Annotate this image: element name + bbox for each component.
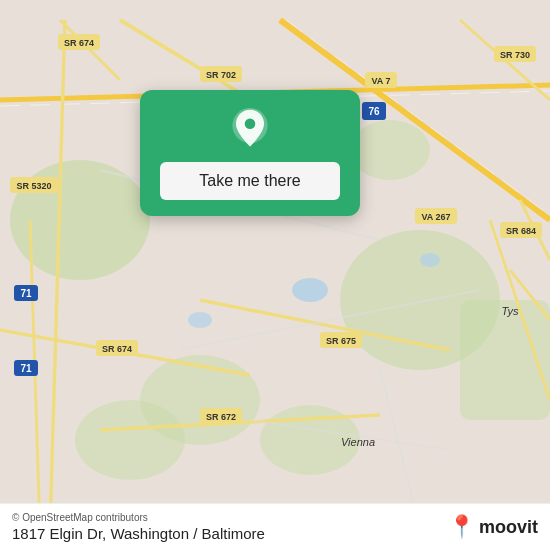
- moovit-brand-label: moovit: [479, 517, 538, 538]
- svg-text:76: 76: [368, 106, 380, 117]
- svg-text:Vienna: Vienna: [341, 436, 375, 448]
- bottom-left-info: © OpenStreetMap contributors 1817 Elgin …: [12, 512, 265, 542]
- map-background: SR 674 SR 702 VA 7 SR 730 SR 5320 76 VA …: [0, 0, 550, 550]
- take-me-there-button[interactable]: Take me there: [160, 162, 340, 200]
- svg-text:VA 7: VA 7: [371, 76, 390, 86]
- svg-text:SR 730: SR 730: [500, 50, 530, 60]
- svg-text:71: 71: [20, 363, 32, 374]
- moovit-logo: 📍 moovit: [448, 514, 538, 540]
- svg-text:SR 674: SR 674: [64, 38, 94, 48]
- svg-text:Tys: Tys: [502, 305, 519, 317]
- svg-text:SR 672: SR 672: [206, 412, 236, 422]
- map-container: SR 674 SR 702 VA 7 SR 730 SR 5320 76 VA …: [0, 0, 550, 550]
- popup-card: Take me there: [140, 90, 360, 216]
- svg-text:SR 674: SR 674: [102, 344, 132, 354]
- svg-point-10: [188, 312, 212, 328]
- svg-text:SR 5320: SR 5320: [16, 181, 51, 191]
- svg-text:SR 675: SR 675: [326, 336, 356, 346]
- svg-text:SR 702: SR 702: [206, 70, 236, 80]
- svg-point-9: [420, 253, 440, 267]
- bottom-bar: © OpenStreetMap contributors 1817 Elgin …: [0, 503, 550, 550]
- svg-point-7: [350, 120, 430, 180]
- svg-text:VA 267: VA 267: [421, 212, 450, 222]
- svg-point-60: [245, 119, 256, 130]
- moovit-pin-icon: 📍: [448, 514, 475, 540]
- svg-point-6: [75, 400, 185, 480]
- svg-text:71: 71: [20, 288, 32, 299]
- svg-point-8: [292, 278, 328, 302]
- location-pin-icon: [228, 108, 272, 152]
- copyright-text: © OpenStreetMap contributors: [12, 512, 265, 523]
- address-text: 1817 Elgin Dr, Washington / Baltimore: [12, 525, 265, 542]
- svg-text:SR 684: SR 684: [506, 226, 536, 236]
